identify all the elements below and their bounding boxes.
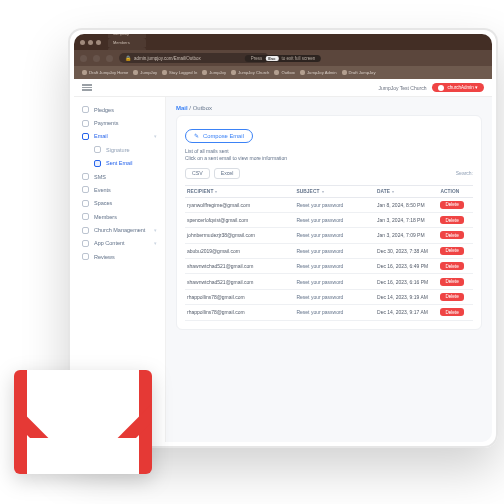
table-row[interactable]: abubu2019@gmail.comReset your passwordDe… [185, 243, 473, 258]
nav-icon [82, 186, 89, 193]
nav-icon [82, 106, 89, 113]
panel-hint: List of all mails sent Click on a sent e… [185, 148, 473, 162]
sidebar-item[interactable]: Email▾ [74, 130, 165, 143]
cell-subject: Reset your password [294, 228, 375, 243]
sidebar-item-label: Signature [106, 147, 130, 153]
sidebar-item[interactable]: Members [74, 210, 165, 223]
nav-refresh-button[interactable] [106, 55, 113, 62]
table-row[interactable]: johnbermudezjr38@gmail.comReset your pas… [185, 228, 473, 243]
bookmark-item[interactable]: JumpJoy [133, 70, 157, 75]
sidebar-item-label: Church Management [94, 227, 145, 233]
compose-email-button[interactable]: Compose Email [185, 129, 253, 143]
chevron-down-icon: ▾ [154, 227, 157, 233]
delete-button[interactable]: Delete [440, 262, 463, 270]
nav-icon [82, 120, 89, 127]
bookmark-item[interactable]: Outbox [274, 70, 295, 75]
sidebar-item[interactable]: SMS [74, 170, 165, 183]
sidebar-item[interactable]: Signature [74, 143, 165, 156]
table-row[interactable]: shawnwtchad521@gmail.comReset your passw… [185, 259, 473, 274]
delete-button[interactable]: Delete [440, 308, 463, 316]
nav-icon [82, 200, 89, 207]
delete-button[interactable]: Delete [440, 216, 463, 224]
nav-icon [82, 133, 89, 140]
col-recipient[interactable]: RECIPIENT▾ [185, 185, 294, 197]
table-row[interactable]: rhappollins78@gmail.comReset your passwo… [185, 305, 473, 320]
cell-subject: Reset your password [294, 243, 375, 258]
cell-date: Jan 3, 2024, 7:18 PM [375, 212, 438, 227]
user-menu[interactable]: churchAdmin ▾ [432, 83, 484, 92]
browser-tab[interactable]: Members [108, 38, 146, 47]
nav-icon [94, 146, 101, 153]
delete-button[interactable]: Delete [440, 293, 463, 301]
cell-subject: Reset your password [294, 212, 375, 227]
delete-button[interactable]: Delete [440, 201, 463, 209]
nav-icon [94, 160, 101, 167]
window-controls[interactable] [80, 40, 101, 45]
export-csv-button[interactable]: CSV [185, 168, 210, 179]
gmail-icon [14, 370, 152, 474]
export-excel-button[interactable]: Excel [214, 168, 241, 179]
sidebar-item-label: Reviews [94, 254, 115, 260]
sidebar-item[interactable]: App Content▾ [74, 237, 165, 250]
cell-subject: Reset your password [294, 289, 375, 304]
sidebar-item[interactable]: Events [74, 183, 165, 196]
nav-icon [82, 213, 89, 220]
bookmark-item[interactable]: Draft JumpJoy Home [82, 70, 128, 75]
col-subject[interactable]: SUBJECT▾ [294, 185, 375, 197]
bookmark-item[interactable]: JumpJoy Church [231, 70, 269, 75]
delete-button[interactable]: Delete [440, 231, 463, 239]
delete-button[interactable]: Delete [440, 278, 463, 286]
chevron-down-icon: ▾ [154, 133, 157, 139]
cell-date: Jan 8, 2024, 8:50 PM [375, 197, 438, 212]
cell-date: Dec 16, 2023, 6:16 PM [375, 274, 438, 289]
nav-icon [82, 173, 89, 180]
bookmark-item[interactable]: Draft JumpJoy [342, 70, 376, 75]
cell-recipient: johnbermudezjr38@gmail.com [185, 228, 294, 243]
search-label: Search: [456, 170, 473, 176]
sidebar-item[interactable]: Church Management▾ [74, 223, 165, 236]
cell-subject: Reset your password [294, 305, 375, 320]
cell-recipient: abubu2019@gmail.com [185, 243, 294, 258]
browser-address-bar: 🔒 admin.jumpjoy.com/Email/Outbox Press E… [74, 50, 492, 66]
sidebar-item-label: Email [94, 133, 108, 139]
table-row[interactable]: spencerlofqvist@gmail.comReset your pass… [185, 212, 473, 227]
cell-recipient: ryanwolffregime@gmail.com [185, 197, 294, 212]
cell-recipient: rhappollins78@gmail.com [185, 305, 294, 320]
sidebar-item[interactable]: Spaces [74, 197, 165, 210]
table-row[interactable]: ryanwolffregime@gmail.comReset your pass… [185, 197, 473, 212]
cell-recipient: spencerlofqvist@gmail.com [185, 212, 294, 227]
sidebar-item[interactable]: Pledges [74, 103, 165, 116]
delete-button[interactable]: Delete [440, 247, 463, 255]
cell-subject: Reset your password [294, 259, 375, 274]
sidebar-item[interactable]: Payments [74, 116, 165, 129]
cell-date: Jan 3, 2024, 7:09 PM [375, 228, 438, 243]
breadcrumb-module: Mail [176, 105, 188, 111]
nav-icon [82, 240, 89, 247]
nav-forward-button[interactable] [93, 55, 100, 62]
content-panel: Compose Email List of all mails sent Cli… [176, 115, 482, 330]
cell-recipient: shawnwtchad521@gmail.com [185, 274, 294, 289]
table-row[interactable]: shawnwtchad521@gmail.comReset your passw… [185, 274, 473, 289]
bookmark-item[interactable]: Stay Logged In [162, 70, 197, 75]
col-action: ACTION [438, 185, 473, 197]
app-header: JumpJoy Test Church churchAdmin ▾ [74, 79, 492, 97]
chevron-down-icon: ▾ [154, 240, 157, 246]
export-filters: CSV Excel Search: [185, 168, 473, 179]
sidebar-item-label: App Content [94, 240, 125, 246]
table-row[interactable]: rhappollins78@gmail.comReset your passwo… [185, 289, 473, 304]
hamburger-icon[interactable] [82, 84, 92, 90]
church-name: JumpJoy Test Church [379, 85, 427, 91]
browser-tab[interactable]: JumpJoy [108, 34, 146, 38]
bookmark-item[interactable]: JumpJoy Admin [300, 70, 337, 75]
sidebar-item[interactable]: Reviews [74, 250, 165, 263]
col-date[interactable]: DATE▾ [375, 185, 438, 197]
cell-date: Dec 30, 2023, 7:38 AM [375, 243, 438, 258]
sidebar-item[interactable]: Sent Email [74, 157, 165, 170]
sidebar-item-label: Pledges [94, 107, 114, 113]
breadcrumb-current: Outbox [193, 105, 212, 111]
sidebar-item-label: Payments [94, 120, 118, 126]
cell-date: Dec 14, 2023, 9:19 AM [375, 289, 438, 304]
bookmark-item[interactable]: JumpJoy [202, 70, 226, 75]
nav-back-button[interactable] [80, 55, 87, 62]
sidebar-item-label: Spaces [94, 200, 112, 206]
